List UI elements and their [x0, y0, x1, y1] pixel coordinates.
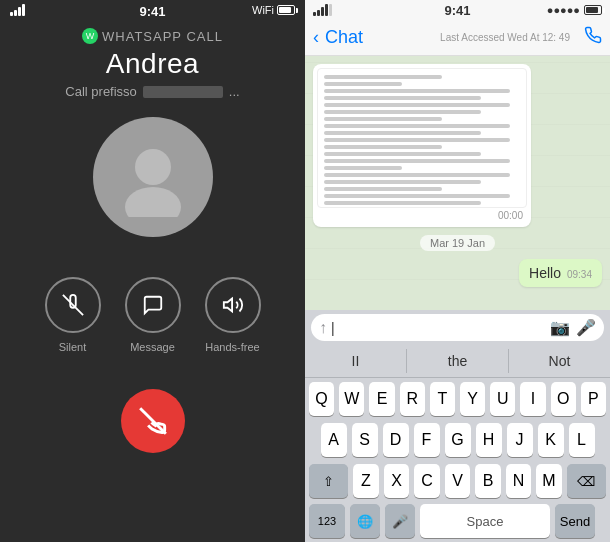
space-key[interactable]: Space — [420, 504, 550, 538]
key-m[interactable]: M — [536, 464, 562, 498]
svg-line-2 — [62, 295, 82, 315]
input-area: ↑ 📷 🎤 — [305, 310, 610, 345]
globe-key[interactable]: 🌐 — [350, 504, 380, 538]
call-status-ellipsis: ... — [229, 84, 240, 99]
date-separator: Mar 19 Jan — [420, 235, 495, 251]
call-status-bar — [143, 86, 223, 98]
keyboard-row-1: Q W E R T Y U I O P — [305, 378, 610, 419]
keyboard-row-4: 123 🌐 🎤 Space Send — [305, 501, 610, 542]
key-l[interactable]: L — [569, 423, 595, 457]
doc-timestamp: 00:00 — [317, 208, 527, 223]
message-input[interactable] — [331, 320, 546, 336]
keyboard-row-2: A S D F G H J K L — [305, 419, 610, 460]
svg-marker-3 — [223, 299, 231, 312]
message-label: Message — [130, 341, 175, 353]
shift-key[interactable]: ⇧ — [309, 464, 348, 498]
decline-button[interactable] — [121, 389, 185, 453]
delete-key[interactable]: ⌫ — [567, 464, 606, 498]
back-button[interactable]: ‹ — [313, 27, 319, 48]
keyboard-suggestions: II the Not — [305, 345, 610, 378]
right-battery-icon — [584, 5, 602, 15]
right-status-bar: 9:41 ●●●●● — [305, 0, 610, 20]
message-time: 09:34 — [567, 269, 592, 280]
right-time: 9:41 — [444, 3, 470, 18]
input-row: ↑ 📷 🎤 — [311, 314, 604, 341]
key-w[interactable]: W — [339, 382, 364, 416]
left-time: 9:41 — [139, 4, 165, 19]
key-z[interactable]: Z — [353, 464, 379, 498]
suggestion-2[interactable]: Not — [509, 349, 610, 373]
suggestion-1[interactable]: the — [407, 349, 509, 373]
phone-icon[interactable] — [584, 26, 602, 49]
key-t[interactable]: T — [430, 382, 455, 416]
key-y[interactable]: Y — [460, 382, 485, 416]
silent-label: Silent — [59, 341, 87, 353]
left-status-icons: WiFi — [252, 4, 295, 16]
message-bubble: Hello 09:34 — [519, 259, 602, 287]
svg-point-1 — [125, 187, 181, 217]
key-i[interactable]: I — [520, 382, 545, 416]
upload-button[interactable]: ↑ — [319, 319, 327, 337]
right-panel: 9:41 ●●●●● ‹ Chat Last Accessed Wed At 1… — [305, 0, 610, 542]
key-h[interactable]: H — [476, 423, 502, 457]
battery-icon — [277, 5, 295, 15]
keyboard-area: II the Not Q W E R T Y U I O P A S D F G… — [305, 345, 610, 542]
message-text: Hello — [529, 265, 561, 281]
document-bubble: 00:00 — [313, 64, 531, 227]
chat-title: Chat — [325, 27, 363, 48]
key-o[interactable]: O — [551, 382, 576, 416]
left-status-bar: 9:41 WiFi — [0, 0, 305, 20]
key-f[interactable]: F — [414, 423, 440, 457]
suggestion-0[interactable]: II — [305, 349, 407, 373]
key-v[interactable]: V — [445, 464, 471, 498]
left-panel: 9:41 WiFi W WHATSAPP CALL Andrea Call pr… — [0, 0, 305, 542]
key-g[interactable]: G — [445, 423, 471, 457]
last-accessed: Last Accessed Wed At 12: 49 — [440, 32, 570, 43]
message-button[interactable]: Message — [125, 277, 181, 353]
input-right-icons: 📷 🎤 — [550, 318, 596, 337]
mic-icon[interactable]: 🎤 — [576, 318, 596, 337]
key-x[interactable]: X — [384, 464, 410, 498]
mic-key[interactable]: 🎤 — [385, 504, 415, 538]
key-r[interactable]: R — [400, 382, 425, 416]
key-c[interactable]: C — [414, 464, 440, 498]
svg-point-0 — [135, 149, 171, 185]
key-q[interactable]: Q — [309, 382, 334, 416]
camera-icon[interactable]: 📷 — [550, 318, 570, 337]
handsfree-label: Hands-free — [205, 341, 259, 353]
avatar — [93, 117, 213, 237]
key-e[interactable]: E — [369, 382, 394, 416]
whatsapp-call-label: WHATSAPP CALL — [102, 29, 223, 44]
document-preview — [317, 68, 527, 208]
key-b[interactable]: B — [475, 464, 501, 498]
silent-button[interactable]: Silent — [45, 277, 101, 353]
key-p[interactable]: P — [581, 382, 606, 416]
key-n[interactable]: N — [506, 464, 532, 498]
call-status: Call prefisso ... — [65, 84, 239, 99]
key-j[interactable]: J — [507, 423, 533, 457]
whatsapp-header: W WHATSAPP CALL — [82, 28, 223, 44]
caller-name: Andrea — [106, 48, 199, 80]
key-k[interactable]: K — [538, 423, 564, 457]
call-actions: Silent Message Hands-free — [45, 277, 261, 353]
right-wifi-icon: ●●●●● — [547, 4, 580, 16]
handsfree-button[interactable]: Hands-free — [205, 277, 261, 353]
right-signal — [313, 4, 332, 16]
keyboard-row-3: ⇧ Z X C V B N M ⌫ — [305, 460, 610, 501]
numbers-key[interactable]: 123 — [309, 504, 345, 538]
left-signal — [10, 4, 25, 16]
avatar-icon — [113, 137, 193, 217]
chat-messages: 00:00 Mar 19 Jan Hello 09:34 — [305, 56, 610, 310]
key-d[interactable]: D — [383, 423, 409, 457]
send-key[interactable]: Send — [555, 504, 595, 538]
key-s[interactable]: S — [352, 423, 378, 457]
right-nav-bar: ‹ Chat Last Accessed Wed At 12: 49 — [305, 20, 610, 56]
key-a[interactable]: A — [321, 423, 347, 457]
whatsapp-icon: W — [82, 28, 98, 44]
key-u[interactable]: U — [490, 382, 515, 416]
wifi-icon: WiFi — [252, 4, 274, 16]
call-status-text: Call prefisso — [65, 84, 137, 99]
